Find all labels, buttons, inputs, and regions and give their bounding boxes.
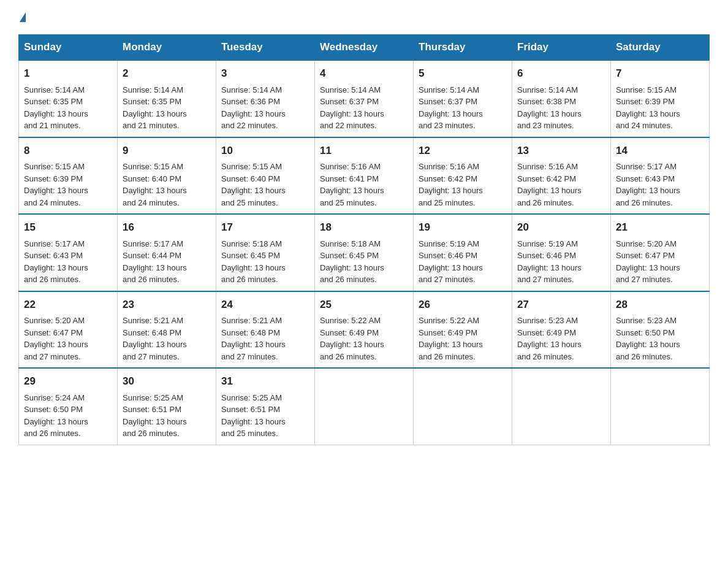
day-number: 7 [616, 66, 704, 82]
day-number: 10 [221, 143, 309, 159]
day-number: 3 [221, 66, 309, 82]
empty-cell-w4-c4 [414, 368, 512, 445]
day-number: 15 [24, 220, 112, 236]
day-number: 6 [517, 66, 605, 82]
day-info: Sunrise: 5:21 AMSunset: 6:48 PMDaylight:… [221, 316, 286, 361]
day-info: Sunrise: 5:23 AMSunset: 6:50 PMDaylight:… [616, 316, 680, 361]
day-number: 1 [24, 66, 112, 82]
day-cell-6: 6 Sunrise: 5:14 AMSunset: 6:38 PMDayligh… [512, 60, 611, 137]
day-info: Sunrise: 5:14 AMSunset: 6:38 PMDaylight:… [517, 85, 582, 131]
day-info: Sunrise: 5:22 AMSunset: 6:49 PMDaylight:… [320, 316, 384, 361]
day-info: Sunrise: 5:18 AMSunset: 6:45 PMDaylight:… [221, 239, 286, 285]
day-number: 30 [123, 373, 211, 389]
day-info: Sunrise: 5:14 AMSunset: 6:36 PMDaylight:… [221, 85, 286, 131]
weekday-friday: Friday [512, 35, 611, 61]
day-cell-22: 22 Sunrise: 5:20 AMSunset: 6:47 PMDaylig… [19, 291, 118, 369]
day-cell-19: 19 Sunrise: 5:19 AMSunset: 6:46 PMDaylig… [414, 214, 512, 291]
day-cell-14: 14 Sunrise: 5:17 AMSunset: 6:43 PMDaylig… [611, 137, 710, 215]
weekday-wednesday: Wednesday [315, 35, 414, 61]
day-number: 4 [320, 66, 408, 82]
day-info: Sunrise: 5:16 AMSunset: 6:42 PMDaylight:… [419, 162, 483, 207]
logo [18, 12, 26, 22]
day-cell-30: 30 Sunrise: 5:25 AMSunset: 6:51 PMDaylig… [118, 368, 216, 445]
day-info: Sunrise: 5:15 AMSunset: 6:40 PMDaylight:… [221, 162, 286, 207]
logo-general-row [18, 12, 26, 22]
day-cell-12: 12 Sunrise: 5:16 AMSunset: 6:42 PMDaylig… [414, 137, 512, 215]
day-info: Sunrise: 5:15 AMSunset: 6:39 PMDaylight:… [616, 85, 680, 131]
day-info: Sunrise: 5:16 AMSunset: 6:41 PMDaylight:… [320, 162, 384, 207]
weekday-thursday: Thursday [414, 35, 512, 61]
day-info: Sunrise: 5:17 AMSunset: 6:43 PMDaylight:… [24, 239, 88, 285]
day-info: Sunrise: 5:17 AMSunset: 6:44 PMDaylight:… [123, 239, 187, 285]
day-info: Sunrise: 5:14 AMSunset: 6:37 PMDaylight:… [320, 85, 384, 131]
day-cell-18: 18 Sunrise: 5:18 AMSunset: 6:45 PMDaylig… [315, 214, 414, 291]
week-row-2: 8 Sunrise: 5:15 AMSunset: 6:39 PMDayligh… [19, 137, 710, 215]
day-info: Sunrise: 5:20 AMSunset: 6:47 PMDaylight:… [616, 239, 680, 285]
day-number: 9 [123, 143, 211, 159]
day-cell-31: 31 Sunrise: 5:25 AMSunset: 6:51 PMDaylig… [216, 368, 315, 445]
day-info: Sunrise: 5:16 AMSunset: 6:42 PMDaylight:… [517, 162, 582, 207]
day-info: Sunrise: 5:14 AMSunset: 6:35 PMDaylight:… [24, 85, 88, 131]
day-cell-1: 1 Sunrise: 5:14 AMSunset: 6:35 PMDayligh… [19, 60, 118, 137]
weekday-header-row: SundayMondayTuesdayWednesdayThursdayFrid… [19, 35, 710, 61]
day-cell-29: 29 Sunrise: 5:24 AMSunset: 6:50 PMDaylig… [19, 368, 118, 445]
day-cell-3: 3 Sunrise: 5:14 AMSunset: 6:36 PMDayligh… [216, 60, 315, 137]
empty-cell-w4-c6 [611, 368, 710, 445]
day-cell-17: 17 Sunrise: 5:18 AMSunset: 6:45 PMDaylig… [216, 214, 315, 291]
day-number: 26 [419, 297, 507, 313]
day-info: Sunrise: 5:14 AMSunset: 6:35 PMDaylight:… [123, 85, 187, 131]
day-number: 22 [24, 297, 112, 313]
day-cell-24: 24 Sunrise: 5:21 AMSunset: 6:48 PMDaylig… [216, 291, 315, 369]
day-cell-28: 28 Sunrise: 5:23 AMSunset: 6:50 PMDaylig… [611, 291, 710, 369]
day-number: 18 [320, 220, 408, 236]
day-cell-23: 23 Sunrise: 5:21 AMSunset: 6:48 PMDaylig… [118, 291, 216, 369]
day-number: 11 [320, 143, 408, 159]
day-info: Sunrise: 5:15 AMSunset: 6:40 PMDaylight:… [123, 162, 187, 207]
empty-cell-w4-c3 [315, 368, 414, 445]
calendar-body: 1 Sunrise: 5:14 AMSunset: 6:35 PMDayligh… [19, 60, 710, 445]
day-number: 13 [517, 143, 605, 159]
calendar-table: SundayMondayTuesdayWednesdayThursdayFrid… [18, 34, 710, 445]
calendar-header: SundayMondayTuesdayWednesdayThursdayFrid… [19, 35, 710, 61]
day-number: 25 [320, 297, 408, 313]
weekday-monday: Monday [118, 35, 216, 61]
day-cell-15: 15 Sunrise: 5:17 AMSunset: 6:43 PMDaylig… [19, 214, 118, 291]
day-number: 12 [419, 143, 507, 159]
weekday-tuesday: Tuesday [216, 35, 315, 61]
day-info: Sunrise: 5:14 AMSunset: 6:37 PMDaylight:… [419, 85, 483, 131]
day-info: Sunrise: 5:18 AMSunset: 6:45 PMDaylight:… [320, 239, 384, 285]
day-number: 20 [517, 220, 605, 236]
day-cell-10: 10 Sunrise: 5:15 AMSunset: 6:40 PMDaylig… [216, 137, 315, 215]
day-number: 14 [616, 143, 704, 159]
day-number: 29 [24, 373, 112, 389]
day-info: Sunrise: 5:21 AMSunset: 6:48 PMDaylight:… [123, 316, 187, 361]
day-cell-21: 21 Sunrise: 5:20 AMSunset: 6:47 PMDaylig… [611, 214, 710, 291]
week-row-5: 29 Sunrise: 5:24 AMSunset: 6:50 PMDaylig… [19, 368, 710, 445]
empty-cell-w4-c5 [512, 368, 611, 445]
day-cell-26: 26 Sunrise: 5:22 AMSunset: 6:49 PMDaylig… [414, 291, 512, 369]
day-cell-16: 16 Sunrise: 5:17 AMSunset: 6:44 PMDaylig… [118, 214, 216, 291]
day-number: 17 [221, 220, 309, 236]
day-number: 2 [123, 66, 211, 82]
day-number: 5 [419, 66, 507, 82]
page-header [18, 12, 710, 22]
day-info: Sunrise: 5:22 AMSunset: 6:49 PMDaylight:… [419, 316, 483, 361]
day-number: 24 [221, 297, 309, 313]
day-cell-5: 5 Sunrise: 5:14 AMSunset: 6:37 PMDayligh… [414, 60, 512, 137]
day-info: Sunrise: 5:24 AMSunset: 6:50 PMDaylight:… [24, 393, 88, 439]
day-info: Sunrise: 5:19 AMSunset: 6:46 PMDaylight:… [419, 239, 483, 285]
week-row-4: 22 Sunrise: 5:20 AMSunset: 6:47 PMDaylig… [19, 291, 710, 369]
day-info: Sunrise: 5:15 AMSunset: 6:39 PMDaylight:… [24, 162, 88, 207]
weekday-sunday: Sunday [19, 35, 118, 61]
day-cell-9: 9 Sunrise: 5:15 AMSunset: 6:40 PMDayligh… [118, 137, 216, 215]
day-number: 23 [123, 297, 211, 313]
day-info: Sunrise: 5:19 AMSunset: 6:46 PMDaylight:… [517, 239, 582, 285]
day-cell-4: 4 Sunrise: 5:14 AMSunset: 6:37 PMDayligh… [315, 60, 414, 137]
day-cell-11: 11 Sunrise: 5:16 AMSunset: 6:41 PMDaylig… [315, 137, 414, 215]
day-number: 31 [221, 373, 309, 389]
day-number: 8 [24, 143, 112, 159]
day-info: Sunrise: 5:25 AMSunset: 6:51 PMDaylight:… [123, 393, 187, 439]
day-number: 16 [123, 220, 211, 236]
day-info: Sunrise: 5:17 AMSunset: 6:43 PMDaylight:… [616, 162, 680, 207]
day-cell-25: 25 Sunrise: 5:22 AMSunset: 6:49 PMDaylig… [315, 291, 414, 369]
